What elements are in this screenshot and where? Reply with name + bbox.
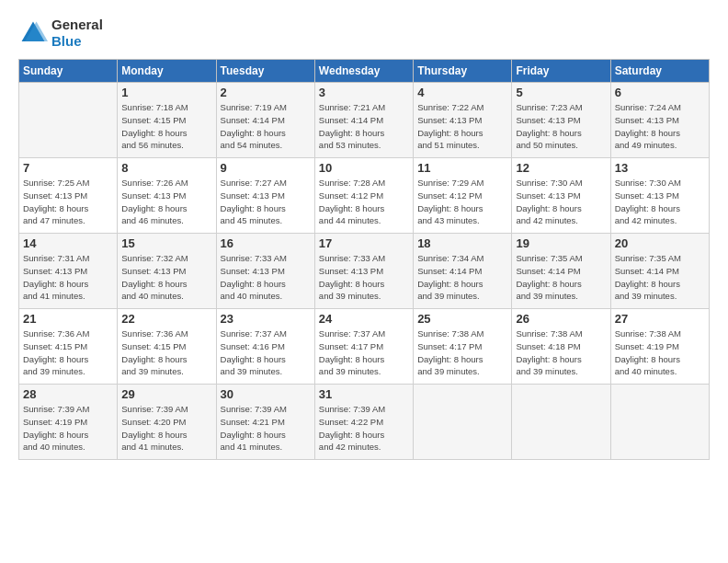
calendar-cell: 14Sunrise: 7:31 AM Sunset: 4:13 PM Dayli… [19, 234, 118, 309]
day-number: 7 [23, 161, 113, 175]
calendar-cell: 11Sunrise: 7:29 AM Sunset: 4:12 PM Dayli… [414, 158, 512, 234]
day-info: Sunrise: 7:21 AM Sunset: 4:14 PM Dayligh… [319, 101, 409, 152]
day-of-week-header: Friday [512, 60, 610, 83]
calendar-cell: 13Sunrise: 7:30 AM Sunset: 4:13 PM Dayli… [610, 158, 709, 234]
calendar-cell: 27Sunrise: 7:38 AM Sunset: 4:19 PM Dayli… [610, 309, 709, 385]
day-info: Sunrise: 7:30 AM Sunset: 4:13 PM Dayligh… [615, 177, 705, 227]
calendar-cell: 5Sunrise: 7:23 AM Sunset: 4:13 PM Daylig… [512, 83, 610, 158]
day-info: Sunrise: 7:29 AM Sunset: 4:12 PM Dayligh… [417, 177, 507, 227]
day-number: 2 [221, 86, 311, 99]
day-info: Sunrise: 7:35 AM Sunset: 4:14 PM Dayligh… [516, 252, 606, 303]
calendar-cell: 19Sunrise: 7:35 AM Sunset: 4:14 PM Dayli… [512, 234, 610, 309]
calendar-cell: 16Sunrise: 7:33 AM Sunset: 4:13 PM Dayli… [216, 234, 314, 309]
day-info: Sunrise: 7:37 AM Sunset: 4:16 PM Dayligh… [221, 327, 311, 378]
day-info: Sunrise: 7:38 AM Sunset: 4:17 PM Dayligh… [417, 327, 507, 378]
day-info: Sunrise: 7:33 AM Sunset: 4:13 PM Dayligh… [319, 252, 409, 303]
day-info: Sunrise: 7:28 AM Sunset: 4:12 PM Dayligh… [319, 177, 409, 227]
day-number: 8 [121, 161, 211, 175]
logo-text: General Blue [51, 17, 103, 50]
day-number: 16 [221, 236, 311, 250]
day-number: 28 [23, 387, 113, 401]
day-info: Sunrise: 7:22 AM Sunset: 4:13 PM Dayligh… [417, 101, 507, 152]
day-number: 1 [121, 86, 211, 99]
calendar-cell: 12Sunrise: 7:30 AM Sunset: 4:13 PM Dayli… [512, 158, 610, 234]
day-number: 29 [121, 387, 211, 401]
day-number: 26 [516, 312, 606, 326]
calendar-cell: 15Sunrise: 7:32 AM Sunset: 4:13 PM Dayli… [118, 234, 216, 309]
day-info: Sunrise: 7:23 AM Sunset: 4:13 PM Dayligh… [516, 101, 606, 152]
day-number: 6 [615, 86, 705, 99]
calendar-table: SundayMondayTuesdayWednesdayThursdayFrid… [18, 59, 710, 460]
day-number: 20 [615, 236, 705, 250]
day-info: Sunrise: 7:26 AM Sunset: 4:13 PM Dayligh… [121, 177, 211, 227]
day-info: Sunrise: 7:30 AM Sunset: 4:13 PM Dayligh… [516, 177, 606, 227]
day-of-week-row: SundayMondayTuesdayWednesdayThursdayFrid… [19, 60, 710, 83]
day-info: Sunrise: 7:31 AM Sunset: 4:13 PM Dayligh… [23, 252, 113, 303]
day-number: 5 [516, 86, 606, 99]
day-info: Sunrise: 7:24 AM Sunset: 4:13 PM Dayligh… [615, 101, 705, 152]
day-info: Sunrise: 7:19 AM Sunset: 4:14 PM Dayligh… [221, 101, 311, 152]
day-number: 22 [121, 312, 211, 326]
calendar-cell: 1Sunrise: 7:18 AM Sunset: 4:15 PM Daylig… [118, 83, 216, 158]
calendar-cell: 24Sunrise: 7:37 AM Sunset: 4:17 PM Dayli… [314, 309, 413, 385]
calendar-cell: 29Sunrise: 7:39 AM Sunset: 4:20 PM Dayli… [118, 385, 216, 460]
calendar-week-row: 7Sunrise: 7:25 AM Sunset: 4:13 PM Daylig… [19, 158, 710, 234]
day-info: Sunrise: 7:38 AM Sunset: 4:19 PM Dayligh… [615, 327, 705, 378]
day-number: 31 [319, 387, 409, 401]
calendar-cell [19, 83, 118, 158]
day-info: Sunrise: 7:39 AM Sunset: 4:19 PM Dayligh… [23, 403, 113, 454]
day-number: 19 [516, 236, 606, 250]
day-info: Sunrise: 7:25 AM Sunset: 4:13 PM Dayligh… [23, 177, 113, 227]
day-info: Sunrise: 7:36 AM Sunset: 4:15 PM Dayligh… [121, 327, 211, 378]
day-number: 10 [319, 161, 409, 175]
day-of-week-header: Wednesday [314, 60, 413, 83]
logo-icon [18, 18, 48, 48]
calendar-cell: 21Sunrise: 7:36 AM Sunset: 4:15 PM Dayli… [19, 309, 118, 385]
day-number: 3 [319, 86, 409, 99]
day-of-week-header: Tuesday [216, 60, 314, 83]
day-info: Sunrise: 7:39 AM Sunset: 4:21 PM Dayligh… [221, 403, 311, 454]
calendar-cell: 22Sunrise: 7:36 AM Sunset: 4:15 PM Dayli… [118, 309, 216, 385]
day-number: 13 [615, 161, 705, 175]
calendar-body: 1Sunrise: 7:18 AM Sunset: 4:15 PM Daylig… [19, 83, 710, 460]
day-number: 14 [23, 236, 113, 250]
calendar-cell: 23Sunrise: 7:37 AM Sunset: 4:16 PM Dayli… [216, 309, 314, 385]
calendar-cell: 18Sunrise: 7:34 AM Sunset: 4:14 PM Dayli… [414, 234, 512, 309]
day-of-week-header: Saturday [610, 60, 709, 83]
day-number: 4 [417, 86, 507, 99]
calendar-week-row: 21Sunrise: 7:36 AM Sunset: 4:15 PM Dayli… [19, 309, 710, 385]
day-of-week-header: Thursday [414, 60, 512, 83]
day-info: Sunrise: 7:35 AM Sunset: 4:14 PM Dayligh… [615, 252, 705, 303]
day-number: 9 [221, 161, 311, 175]
day-info: Sunrise: 7:27 AM Sunset: 4:13 PM Dayligh… [221, 177, 311, 227]
calendar-cell: 4Sunrise: 7:22 AM Sunset: 4:13 PM Daylig… [414, 83, 512, 158]
day-info: Sunrise: 7:39 AM Sunset: 4:20 PM Dayligh… [121, 403, 211, 454]
calendar-cell: 3Sunrise: 7:21 AM Sunset: 4:14 PM Daylig… [314, 83, 413, 158]
calendar-week-row: 28Sunrise: 7:39 AM Sunset: 4:19 PM Dayli… [19, 385, 710, 460]
day-info: Sunrise: 7:32 AM Sunset: 4:13 PM Dayligh… [121, 252, 211, 303]
calendar-week-row: 14Sunrise: 7:31 AM Sunset: 4:13 PM Dayli… [19, 234, 710, 309]
calendar-cell: 31Sunrise: 7:39 AM Sunset: 4:22 PM Dayli… [314, 385, 413, 460]
calendar-week-row: 1Sunrise: 7:18 AM Sunset: 4:15 PM Daylig… [19, 83, 710, 158]
calendar-cell: 10Sunrise: 7:28 AM Sunset: 4:12 PM Dayli… [314, 158, 413, 234]
calendar-cell: 30Sunrise: 7:39 AM Sunset: 4:21 PM Dayli… [216, 385, 314, 460]
day-of-week-header: Monday [118, 60, 216, 83]
day-info: Sunrise: 7:38 AM Sunset: 4:18 PM Dayligh… [516, 327, 606, 378]
day-number: 21 [23, 312, 113, 326]
day-info: Sunrise: 7:39 AM Sunset: 4:22 PM Dayligh… [319, 403, 409, 454]
calendar-cell: 9Sunrise: 7:27 AM Sunset: 4:13 PM Daylig… [216, 158, 314, 234]
calendar-cell: 7Sunrise: 7:25 AM Sunset: 4:13 PM Daylig… [19, 158, 118, 234]
page-header: General Blue [18, 17, 710, 50]
logo: General Blue [18, 17, 103, 50]
day-number: 18 [417, 236, 507, 250]
calendar-cell: 17Sunrise: 7:33 AM Sunset: 4:13 PM Dayli… [314, 234, 413, 309]
day-number: 30 [221, 387, 311, 401]
calendar-cell [414, 385, 512, 460]
calendar-cell: 2Sunrise: 7:19 AM Sunset: 4:14 PM Daylig… [216, 83, 314, 158]
calendar-cell [610, 385, 709, 460]
calendar-cell [512, 385, 610, 460]
day-info: Sunrise: 7:37 AM Sunset: 4:17 PM Dayligh… [319, 327, 409, 378]
day-number: 27 [615, 312, 705, 326]
calendar-cell: 28Sunrise: 7:39 AM Sunset: 4:19 PM Dayli… [19, 385, 118, 460]
day-number: 25 [417, 312, 507, 326]
